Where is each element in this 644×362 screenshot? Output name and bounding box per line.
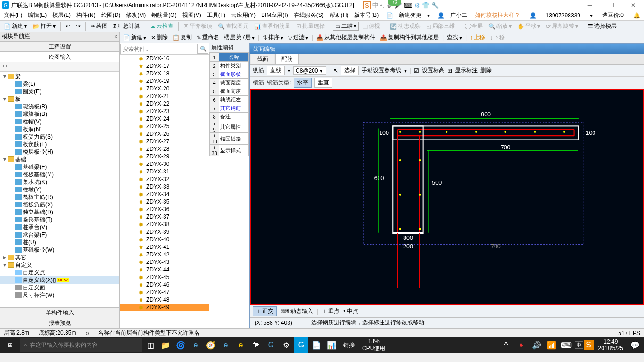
list-item[interactable]: ✹ZDYX-22 bbox=[120, 100, 209, 107]
menu-online[interactable]: 在线服务(S) bbox=[291, 11, 327, 19]
list-item[interactable]: ✹ZDYX-25 bbox=[120, 123, 209, 130]
list-item[interactable]: ✹ZDYX-30 bbox=[120, 160, 209, 168]
redo-icon[interactable]: ↷ bbox=[74, 23, 83, 30]
list-item[interactable]: ✹ZDYX-37 bbox=[120, 213, 209, 221]
list-item[interactable]: ✹ZDYX-41 bbox=[120, 243, 209, 251]
list-item[interactable]: ✹ZDYX-21 bbox=[120, 92, 209, 100]
vertical-button[interactable]: 垂直 bbox=[314, 78, 332, 88]
pqbd-button[interactable]: ☒平齐板顶 bbox=[182, 22, 214, 31]
top-view-button[interactable]: ◫俯视 bbox=[361, 22, 382, 31]
collapse-icon[interactable]: ⁻⁻ bbox=[9, 64, 15, 70]
nav-close-icon[interactable]: × bbox=[114, 33, 117, 40]
list-item[interactable]: ✹ZDYX-36 bbox=[120, 206, 209, 213]
list-item[interactable]: ✹ZDYX-44 bbox=[120, 266, 209, 273]
minimize-button[interactable]: ─ bbox=[579, 0, 601, 10]
set-elev-button[interactable]: 设置标高 bbox=[422, 66, 445, 74]
list-item[interactable]: ✹ZDYX-38 bbox=[120, 221, 209, 228]
list-item[interactable]: ✹ZDYX-39 bbox=[120, 228, 209, 236]
clock[interactable]: 12:492018/5/25 bbox=[594, 338, 627, 352]
pan-button[interactable]: ✋平移▾ bbox=[515, 22, 542, 31]
mid-rename-button[interactable]: ✎重命名 bbox=[195, 33, 221, 42]
draw-button[interactable]: ✏绘图 bbox=[89, 22, 109, 31]
list-item[interactable]: ✹ZDYX-46 bbox=[120, 281, 209, 288]
list-item[interactable]: ✹ZDYX-16 bbox=[120, 55, 209, 62]
list-item[interactable]: ✹ZDYX-47 bbox=[120, 288, 209, 296]
tab-section[interactable]: 截面 bbox=[251, 54, 274, 64]
menu-bim[interactable]: BIM应用(I) bbox=[258, 11, 291, 19]
menu-edit[interactable]: 编辑(E) bbox=[25, 11, 50, 19]
tab-report-preview[interactable]: 报表预览 bbox=[0, 318, 119, 328]
search-icon[interactable]: 🔍 bbox=[198, 44, 208, 54]
copy-to-button[interactable]: 📤复制构件到其他楼层 bbox=[379, 33, 440, 42]
help-link[interactable]: 如何校核柱大样？ bbox=[472, 11, 523, 19]
mid-copy-button[interactable]: 📋复制 bbox=[171, 33, 193, 42]
list-item[interactable]: ✹ZDYX-24 bbox=[120, 115, 209, 123]
orbit-button[interactable]: 🔄动态观察 bbox=[388, 22, 422, 31]
list-item[interactable]: ✹ZDYX-42 bbox=[120, 251, 209, 258]
filter-button[interactable]: ▽过滤▾ bbox=[287, 33, 310, 42]
editor-delete-button[interactable]: 删除 bbox=[480, 66, 492, 74]
perp-point-button[interactable]: ⊥ 垂点 bbox=[322, 307, 339, 315]
line-button[interactable]: 直线 bbox=[267, 66, 285, 75]
dynamic-input-button[interactable]: ⌨ 动态输入 bbox=[281, 307, 313, 315]
menu-view[interactable]: 视图(V) bbox=[180, 11, 204, 19]
fullscreen-button[interactable]: ⛶全屏 bbox=[463, 22, 485, 31]
local3d-button[interactable]: ◱局部三维 bbox=[424, 22, 457, 31]
tab-draw-input[interactable]: 绘图输入 bbox=[0, 52, 119, 62]
list-item[interactable]: ✹ZDYX-23 bbox=[120, 107, 209, 115]
tab-rebar[interactable]: 配筋 bbox=[275, 54, 299, 64]
maximize-button[interactable]: ☐ bbox=[601, 0, 622, 10]
menu-draw[interactable]: 绘图(D) bbox=[99, 11, 124, 19]
rebar-combo[interactable]: C8@200 ▾ bbox=[293, 66, 326, 75]
list-item[interactable]: ✹ZDYX-19 bbox=[120, 77, 209, 85]
menu-file[interactable]: 文件(F) bbox=[1, 11, 25, 19]
ortho-button[interactable]: ⊥ 正交 bbox=[253, 306, 277, 316]
section-canvas[interactable]: 900 100 100 700 bbox=[250, 89, 644, 305]
menu-cloud[interactable]: 云应用(Y) bbox=[228, 11, 258, 19]
notifications-icon[interactable]: 💬 bbox=[628, 337, 642, 353]
search-input[interactable] bbox=[120, 44, 198, 54]
start-button[interactable]: ⊞ bbox=[2, 337, 19, 353]
list-item[interactable]: ✹ZDYX-32 bbox=[120, 175, 209, 183]
task-view-icon[interactable]: ◫ bbox=[143, 337, 157, 353]
horizontal-button[interactable]: 水平 bbox=[294, 78, 312, 88]
move-down-button[interactable]: ↓下移 bbox=[488, 33, 506, 42]
select-floor-button[interactable]: ☰选择楼层 bbox=[586, 22, 619, 31]
move-up-button[interactable]: ↑上移 bbox=[469, 33, 487, 42]
menu-help[interactable]: 帮助(H) bbox=[327, 11, 352, 19]
list-item[interactable]: ✹ZDYX-28 bbox=[120, 145, 209, 153]
list-item[interactable]: ✹ZDYX-26 bbox=[120, 130, 209, 138]
menu-modify[interactable]: 修改(M) bbox=[123, 11, 149, 19]
list-item[interactable]: ✹ZDYX-48 bbox=[120, 296, 209, 304]
list-item[interactable]: ✹ZDYX-35 bbox=[120, 198, 209, 206]
list-item[interactable]: ✹ZDYX-17 bbox=[120, 62, 209, 70]
tree-custom-line[interactable]: 自定义线(X)▯NEW bbox=[0, 276, 119, 284]
new-button[interactable]: 📄新建▾ bbox=[2, 22, 29, 31]
find-button[interactable]: 🔍查找图元 bbox=[216, 22, 250, 31]
mid-new-button[interactable]: 📄新建▾ bbox=[122, 33, 148, 42]
expand-icon[interactable]: ⁺⁺ bbox=[2, 64, 8, 70]
list-item[interactable]: ✹ZDYX-34 bbox=[120, 190, 209, 198]
list-item[interactable]: ✹ZDYX-49 bbox=[120, 304, 209, 311]
batch-select-button[interactable]: ☑批量选择 bbox=[294, 22, 327, 31]
mid-delete-button[interactable]: ✕删除 bbox=[149, 33, 169, 42]
gxe-button[interactable]: 广小二 bbox=[447, 11, 470, 19]
view-rebar-button[interactable]: 📊查看钢筋量 bbox=[252, 22, 292, 31]
close-button[interactable]: ✕ bbox=[622, 0, 644, 10]
sum-button[interactable]: Σ汇总计算 bbox=[111, 22, 142, 31]
menu-rebar[interactable]: 钢筋量(Q) bbox=[149, 11, 179, 19]
list-item[interactable]: ✹ZDYX-33 bbox=[120, 183, 209, 190]
list-item[interactable]: ✹ZDYX-45 bbox=[120, 273, 209, 281]
list-item[interactable]: ✹ZDYX-27 bbox=[120, 138, 209, 145]
new-change-button[interactable]: 新建变更 bbox=[396, 11, 424, 19]
list-item[interactable]: ✹ZDYX-43 bbox=[120, 258, 209, 266]
list-item[interactable]: ✹ZDYX-20 bbox=[120, 85, 209, 92]
select-button[interactable]: 选择 bbox=[341, 66, 359, 75]
list-item[interactable]: ✹ZDYX-40 bbox=[120, 236, 209, 243]
list-item[interactable]: ✹ZDYX-29 bbox=[120, 153, 209, 160]
open-button[interactable]: 📂打开▾ bbox=[31, 22, 58, 31]
find-comp-button[interactable]: 查找▾ bbox=[446, 33, 463, 42]
menu-component[interactable]: 构件(N) bbox=[74, 11, 99, 19]
cloud-check-button[interactable]: ☁云检查 bbox=[148, 22, 175, 31]
tab-project-settings[interactable]: 工程设置 bbox=[0, 41, 119, 52]
